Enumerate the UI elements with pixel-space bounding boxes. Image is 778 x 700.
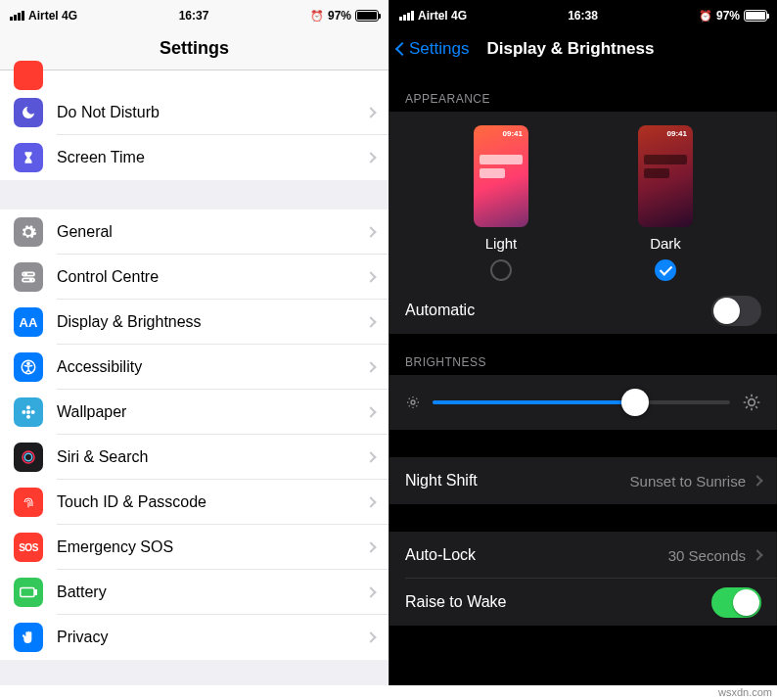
sun-large-icon	[742, 393, 761, 412]
accessibility-icon	[14, 352, 43, 382]
chevron-right-icon	[365, 361, 376, 372]
brightness-slider[interactable]	[433, 400, 730, 404]
raise-label: Raise to Wake	[405, 593, 711, 611]
row-display-brightness[interactable]: AA Display & Brightness	[0, 300, 389, 345]
alarm-icon: ⏰	[699, 10, 712, 23]
row-do-not-disturb[interactable]: Do Not Disturb	[0, 90, 389, 135]
row-label: Do Not Disturb	[57, 104, 367, 121]
dark-label: Dark	[650, 235, 681, 252]
moon-icon	[14, 98, 43, 127]
page-title: Display & Brightness	[486, 39, 654, 59]
chevron-right-icon	[365, 451, 376, 462]
battery-icon	[14, 578, 43, 607]
light-preview: 09:41	[474, 125, 528, 227]
gear-icon	[14, 217, 43, 247]
automatic-label: Automatic	[405, 302, 711, 319]
sun-small-icon	[405, 395, 421, 410]
svg-rect-13	[21, 588, 34, 597]
chevron-right-icon	[365, 406, 376, 417]
svg-point-8	[26, 415, 30, 419]
svg-point-12	[24, 453, 32, 461]
row-label: Accessibility	[57, 358, 367, 376]
clock: 16:38	[568, 9, 598, 23]
status-bar: Airtel 4G 16:37 ⏰ 97%	[0, 0, 389, 27]
chevron-right-icon	[365, 152, 376, 163]
auto-lock-label: Auto-Lock	[405, 546, 668, 564]
settings-screen: Airtel 4G 16:37 ⏰ 97% Settings Do Not Di…	[0, 0, 389, 685]
row-accessibility[interactable]: Accessibility	[0, 345, 389, 390]
svg-point-2	[24, 273, 26, 275]
chevron-right-icon	[752, 549, 762, 560]
carrier-label: Airtel 4G	[418, 9, 467, 23]
row-label: General	[57, 223, 367, 241]
brightness-header: BRIGHTNESS	[389, 334, 777, 375]
battery-icon	[744, 10, 767, 22]
chevron-right-icon	[365, 496, 376, 507]
row-emergency-sos[interactable]: SOS Emergency SOS	[0, 525, 389, 570]
battery-percent: 97%	[716, 9, 740, 23]
status-bar: Airtel 4G 16:38 ⏰ 97%	[389, 0, 777, 27]
svg-rect-14	[35, 590, 37, 595]
row-night-shift[interactable]: Night Shift Sunset to Sunrise	[389, 457, 777, 504]
display-brightness-screen: Airtel 4G 16:38 ⏰ 97% Settings Display &…	[389, 0, 777, 685]
brightness-slider-row	[389, 375, 777, 430]
light-radio[interactable]	[490, 259, 512, 281]
watermark: wsxdn.com	[718, 686, 772, 698]
fingerprint-icon	[14, 488, 43, 517]
dark-radio[interactable]	[655, 259, 676, 281]
appearance-option-dark[interactable]: 09:41 Dark	[638, 125, 693, 281]
row-siri-search[interactable]: Siri & Search	[0, 435, 389, 480]
chevron-right-icon	[365, 316, 376, 327]
flower-icon	[14, 397, 43, 427]
signal-icon	[399, 11, 414, 21]
nav-bar: Settings Display & Brightness	[389, 27, 777, 70]
row-wallpaper[interactable]: Wallpaper	[0, 390, 389, 435]
raise-switch[interactable]	[711, 587, 761, 618]
battery-icon	[355, 10, 379, 22]
automatic-switch[interactable]	[711, 296, 761, 326]
row-label: Privacy	[57, 629, 367, 646]
alarm-icon: ⏰	[310, 10, 324, 23]
row-touch-id[interactable]: Touch ID & Passcode	[0, 480, 389, 525]
battery-percent: 97%	[328, 9, 351, 23]
chevron-right-icon	[365, 226, 376, 237]
siri-icon	[14, 443, 43, 472]
row-label: Wallpaper	[57, 403, 367, 421]
chevron-right-icon	[752, 475, 762, 486]
svg-point-5	[27, 362, 29, 364]
row-screen-time[interactable]: Screen Time	[0, 135, 389, 180]
svg-point-7	[26, 405, 30, 409]
row-label: Emergency SOS	[57, 538, 367, 556]
chevron-right-icon	[365, 631, 376, 642]
row-automatic[interactable]: Automatic	[389, 287, 777, 334]
hourglass-icon	[14, 143, 43, 172]
text-size-icon: AA	[14, 307, 43, 337]
chevron-right-icon	[365, 107, 376, 117]
svg-point-9	[22, 410, 25, 414]
night-shift-label: Night Shift	[405, 472, 630, 490]
chevron-right-icon	[365, 541, 376, 552]
dark-preview: 09:41	[638, 125, 693, 227]
carrier-label: Airtel 4G	[28, 9, 77, 23]
auto-lock-value: 30 Seconds	[668, 547, 746, 564]
appearance-option-light[interactable]: 09:41 Light	[474, 125, 528, 281]
page-title: Settings	[0, 27, 389, 70]
svg-point-16	[749, 399, 755, 406]
switches-icon	[14, 262, 43, 292]
row-privacy[interactable]: Privacy	[0, 615, 389, 660]
row-auto-lock[interactable]: Auto-Lock 30 Seconds	[389, 532, 777, 579]
row-label: Screen Time	[57, 149, 367, 166]
row-control-centre[interactable]: Control Centre	[0, 255, 389, 300]
chevron-right-icon	[365, 586, 376, 597]
signal-icon	[10, 11, 24, 21]
row-general[interactable]: General	[0, 210, 389, 255]
row-label: Battery	[57, 583, 367, 601]
row-label: Touch ID & Passcode	[57, 493, 367, 511]
back-button[interactable]: Settings	[397, 39, 469, 59]
appearance-header: APPEARANCE	[389, 70, 777, 112]
row-raise-to-wake[interactable]: Raise to Wake	[389, 579, 777, 626]
row-battery[interactable]: Battery	[0, 570, 389, 615]
chevron-left-icon	[395, 42, 409, 56]
sos-icon: SOS	[14, 533, 43, 562]
night-shift-value: Sunset to Sunrise	[630, 473, 746, 490]
